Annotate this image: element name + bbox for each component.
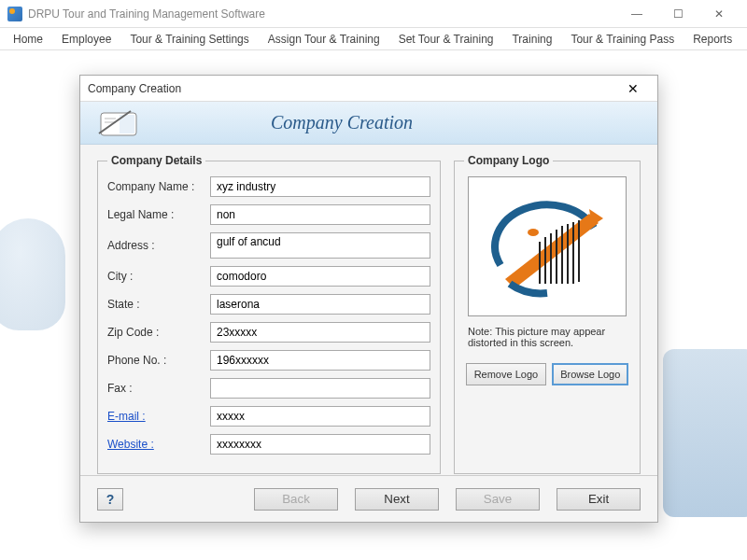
dialog-titlebar: Company Creation ✕ <box>80 76 657 102</box>
company-name-input[interactable] <box>210 176 430 197</box>
logo-preview <box>468 176 627 316</box>
save-button[interactable]: Save <box>456 488 540 511</box>
maximize-button[interactable]: ☐ <box>657 1 698 27</box>
city-input[interactable] <box>210 266 430 287</box>
zip-label: Zip Code : <box>107 326 210 339</box>
menu-reports[interactable]: Reports <box>685 31 740 48</box>
question-icon: ? <box>106 492 115 507</box>
company-name-label: Company Name : <box>107 180 210 193</box>
logo-note: Note: This picture may appear distorted … <box>464 326 630 348</box>
email-input[interactable] <box>210 406 430 427</box>
website-label[interactable]: Website : <box>107 438 210 451</box>
help-button[interactable]: ? <box>97 488 123 511</box>
exit-button[interactable]: Exit <box>557 488 641 511</box>
bg-person-icon <box>0 218 65 330</box>
phone-label: Phone No. : <box>107 354 210 367</box>
dialog-close-button[interactable]: ✕ <box>616 81 650 96</box>
state-input[interactable] <box>210 294 430 315</box>
menu-assign[interactable]: Assign Tour & Training <box>261 31 388 48</box>
minimize-button[interactable]: — <box>616 1 657 27</box>
city-label: City : <box>107 270 210 283</box>
next-button[interactable]: Next <box>355 488 439 511</box>
remove-logo-button[interactable]: Remove Logo <box>466 363 547 385</box>
company-details-fieldset: Company Details Company Name : Legal Nam… <box>97 154 441 474</box>
banner-notebook-icon <box>95 107 142 139</box>
app-title: DRPU Tour and Training Management Softwa… <box>28 7 616 21</box>
menu-help[interactable]: Help <box>743 31 747 48</box>
company-logo-fieldset: Company Logo Note: This picture may appe… <box>454 154 641 474</box>
menu-employee[interactable]: Employee <box>54 31 119 48</box>
company-creation-dialog: Company Creation ✕ Company Creation Comp… <box>79 75 658 523</box>
company-logo-legend: Company Logo <box>464 154 553 167</box>
website-input[interactable] <box>210 434 430 455</box>
dialog-title: Company Creation <box>88 82 616 95</box>
browse-logo-button[interactable]: Browse Logo <box>552 363 628 385</box>
address-label: Address : <box>107 239 210 252</box>
menu-set[interactable]: Set Tour & Training <box>391 31 501 48</box>
state-label: State : <box>107 298 210 311</box>
menu-home[interactable]: Home <box>6 31 50 48</box>
close-button[interactable]: ✕ <box>698 1 740 27</box>
fax-label: Fax : <box>107 382 210 395</box>
menu-tour-settings[interactable]: Tour & Training Settings <box>122 31 256 48</box>
phone-input[interactable] <box>210 350 430 371</box>
menu-training[interactable]: Training <box>504 31 559 48</box>
legal-name-input[interactable] <box>210 204 430 225</box>
company-details-legend: Company Details <box>107 154 205 167</box>
window-controls: — ☐ ✕ <box>616 1 740 27</box>
legal-name-label: Legal Name : <box>107 208 210 221</box>
back-button[interactable]: Back <box>254 488 338 511</box>
dialog-footer: ? Back Next Save Exit <box>80 475 657 522</box>
bg-luggage-icon <box>663 349 747 517</box>
menu-pass[interactable]: Tour & Training Pass <box>563 31 682 48</box>
menubar: Home Employee Tour & Training Settings A… <box>0 28 747 50</box>
window-titlebar: DRPU Tour and Training Management Softwa… <box>0 0 747 28</box>
dialog-banner: Company Creation <box>80 102 657 145</box>
email-label[interactable]: E-mail : <box>107 410 210 423</box>
zip-input[interactable] <box>210 322 430 343</box>
dialog-heading: Company Creation <box>271 112 413 133</box>
address-input[interactable] <box>210 232 430 259</box>
app-icon <box>7 7 22 21</box>
fax-input[interactable] <box>210 378 430 399</box>
svg-point-5 <box>528 229 539 236</box>
